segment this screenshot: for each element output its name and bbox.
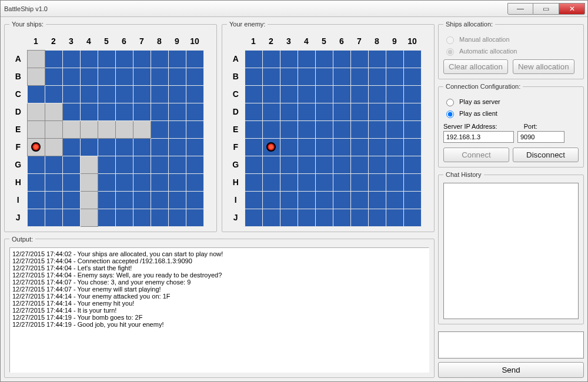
grid-cell[interactable]: [45, 50, 62, 68]
grid-cell[interactable]: [350, 156, 368, 173]
grid-cell[interactable]: [151, 173, 168, 191]
grid-cell[interactable]: [115, 138, 133, 156]
grid-cell[interactable]: [315, 191, 333, 209]
grid-cell[interactable]: [62, 173, 80, 191]
grid-cell[interactable]: [151, 85, 168, 103]
grid-cell[interactable]: [298, 191, 315, 209]
grid-cell[interactable]: [151, 209, 168, 226]
grid-cell[interactable]: [151, 68, 168, 85]
grid-cell[interactable]: [403, 103, 421, 120]
grid-cell[interactable]: [133, 173, 151, 191]
ip-input[interactable]: [443, 131, 514, 143]
grid-cell[interactable]: [280, 156, 298, 173]
grid-cell[interactable]: [333, 209, 350, 226]
play-as-server-radio[interactable]: [446, 99, 454, 106]
grid-cell[interactable]: [27, 138, 45, 156]
grid-cell[interactable]: [368, 209, 386, 226]
grid-cell[interactable]: [186, 156, 203, 173]
chat-input[interactable]: [438, 331, 584, 358]
grid-cell[interactable]: [45, 173, 62, 191]
grid-cell[interactable]: [333, 156, 350, 173]
grid-cell[interactable]: [186, 50, 203, 68]
grid-cell[interactable]: [151, 50, 168, 68]
grid-cell[interactable]: [168, 209, 186, 226]
grid-cell[interactable]: [368, 68, 386, 85]
grid-cell[interactable]: [151, 156, 168, 173]
grid-cell[interactable]: [62, 120, 80, 138]
play-as-client-radio[interactable]: [446, 110, 454, 118]
grid-cell[interactable]: [350, 191, 368, 209]
grid-cell[interactable]: [280, 50, 298, 68]
grid-cell[interactable]: [80, 103, 98, 120]
grid-cell[interactable]: [280, 173, 298, 191]
grid-cell[interactable]: [115, 191, 133, 209]
grid-cell[interactable]: [403, 138, 421, 156]
chat-history-box[interactable]: [443, 183, 579, 319]
grid-cell[interactable]: [186, 120, 203, 138]
grid-cell[interactable]: [386, 191, 403, 209]
grid-cell[interactable]: [245, 50, 262, 68]
grid-cell[interactable]: [403, 85, 421, 103]
grid-cell[interactable]: [133, 103, 151, 120]
grid-cell[interactable]: [386, 85, 403, 103]
play-as-server-row[interactable]: Play as server: [443, 97, 579, 106]
grid-cell[interactable]: [350, 120, 368, 138]
grid-cell[interactable]: [333, 50, 350, 68]
grid-cell[interactable]: [350, 138, 368, 156]
play-as-client-row[interactable]: Play as client: [443, 109, 579, 118]
grid-cell[interactable]: [333, 120, 350, 138]
grid-cell[interactable]: [62, 191, 80, 209]
grid-cell[interactable]: [186, 209, 203, 226]
grid-cell[interactable]: [350, 103, 368, 120]
output-log[interactable]: 12/27/2015 17:44:02 - Your ships are all…: [9, 247, 429, 373]
grid-cell[interactable]: [115, 103, 133, 120]
grid-cell[interactable]: [62, 156, 80, 173]
grid-cell[interactable]: [45, 68, 62, 85]
maximize-button[interactable]: ▭: [533, 3, 559, 15]
grid-cell[interactable]: [280, 138, 298, 156]
grid-cell[interactable]: [368, 50, 386, 68]
grid-cell[interactable]: [333, 173, 350, 191]
grid-cell[interactable]: [315, 209, 333, 226]
grid-cell[interactable]: [298, 68, 315, 85]
grid-cell[interactable]: [350, 68, 368, 85]
grid-cell[interactable]: [133, 68, 151, 85]
grid-cell[interactable]: [98, 85, 115, 103]
grid-cell[interactable]: [186, 173, 203, 191]
grid-cell[interactable]: [98, 156, 115, 173]
grid-cell[interactable]: [45, 120, 62, 138]
grid-cell[interactable]: [98, 138, 115, 156]
grid-cell[interactable]: [27, 50, 45, 68]
grid-cell[interactable]: [45, 85, 62, 103]
grid-cell[interactable]: [133, 209, 151, 226]
grid-cell[interactable]: [27, 85, 45, 103]
your-ships-grid[interactable]: 12345678910ABCDEFGHIJ: [9, 32, 204, 227]
grid-cell[interactable]: [186, 85, 203, 103]
grid-cell[interactable]: [80, 209, 98, 226]
grid-cell[interactable]: [350, 173, 368, 191]
grid-cell[interactable]: [280, 120, 298, 138]
grid-cell[interactable]: [62, 50, 80, 68]
grid-cell[interactable]: [245, 103, 262, 120]
grid-cell[interactable]: [80, 120, 98, 138]
grid-cell[interactable]: [245, 191, 262, 209]
grid-cell[interactable]: [80, 68, 98, 85]
grid-cell[interactable]: [386, 138, 403, 156]
grid-cell[interactable]: [368, 138, 386, 156]
grid-cell[interactable]: [262, 191, 280, 209]
grid-cell[interactable]: [133, 156, 151, 173]
grid-cell[interactable]: [168, 173, 186, 191]
grid-cell[interactable]: [298, 138, 315, 156]
grid-cell[interactable]: [315, 85, 333, 103]
grid-cell[interactable]: [98, 50, 115, 68]
grid-cell[interactable]: [333, 68, 350, 85]
grid-cell[interactable]: [27, 68, 45, 85]
grid-cell[interactable]: [186, 191, 203, 209]
grid-cell[interactable]: [186, 138, 203, 156]
grid-cell[interactable]: [62, 68, 80, 85]
grid-cell[interactable]: [80, 50, 98, 68]
grid-cell[interactable]: [262, 138, 280, 156]
grid-cell[interactable]: [80, 138, 98, 156]
grid-cell[interactable]: [98, 173, 115, 191]
grid-cell[interactable]: [27, 191, 45, 209]
